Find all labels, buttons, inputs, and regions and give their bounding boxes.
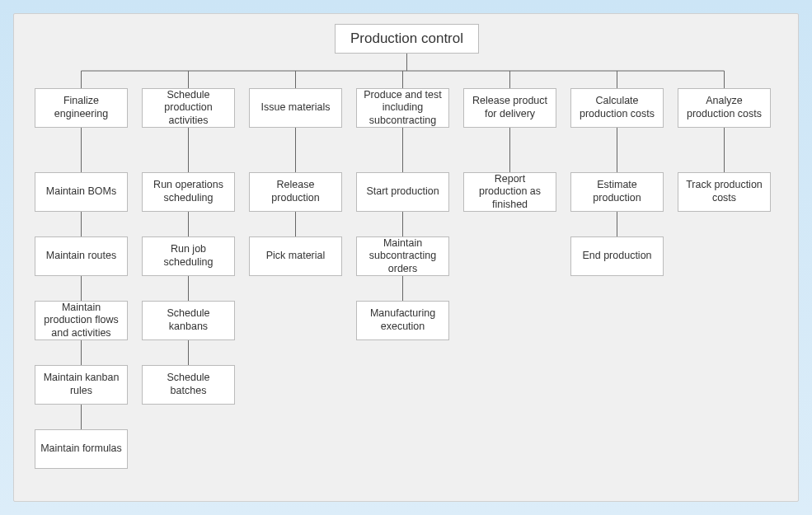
node-start-production: Start production	[356, 172, 449, 212]
node-schedule-production-activities: Schedule production activities	[142, 88, 235, 128]
node-maintain-subcontracting-orders: Maintain subcontracting orders	[356, 236, 449, 276]
diagram-canvas: Production control Finalize engineering …	[13, 13, 799, 502]
node-manufacturing-execution: Manufacturing execution	[356, 301, 449, 340]
node-report-production-as-finished: Report production as finished	[463, 172, 556, 212]
node-analyze-production-costs: Analyze production costs	[678, 88, 771, 128]
node-end-production: End production	[570, 236, 664, 276]
node-maintain-boms: Maintain BOMs	[35, 172, 128, 212]
node-issue-materials: Issue materials	[249, 88, 342, 128]
node-estimate-production: Estimate production	[570, 172, 664, 212]
node-schedule-kanbans: Schedule kanbans	[142, 301, 235, 340]
node-pick-material: Pick material	[249, 236, 342, 276]
node-finalize-engineering: Finalize engineering	[35, 88, 128, 128]
node-maintain-production-flows: Maintain production flows and activities	[35, 301, 128, 340]
node-schedule-batches: Schedule batches	[142, 365, 235, 405]
node-produce-and-test: Produce and test including subcontractin…	[356, 88, 449, 128]
node-track-production-costs: Track production costs	[678, 172, 771, 212]
node-run-job-scheduling: Run job scheduling	[142, 236, 235, 276]
node-maintain-kanban-rules: Maintain kanban rules	[35, 365, 128, 405]
node-run-operations-scheduling: Run operations scheduling	[142, 172, 235, 212]
node-calculate-production-costs: Calculate production costs	[570, 88, 664, 128]
node-release-production: Release production	[249, 172, 342, 212]
node-maintain-routes: Maintain routes	[35, 236, 128, 276]
node-release-product-for-delivery: Release product for delivery	[463, 88, 556, 128]
root-node: Production control	[335, 24, 479, 54]
node-maintain-formulas: Maintain formulas	[35, 429, 128, 469]
